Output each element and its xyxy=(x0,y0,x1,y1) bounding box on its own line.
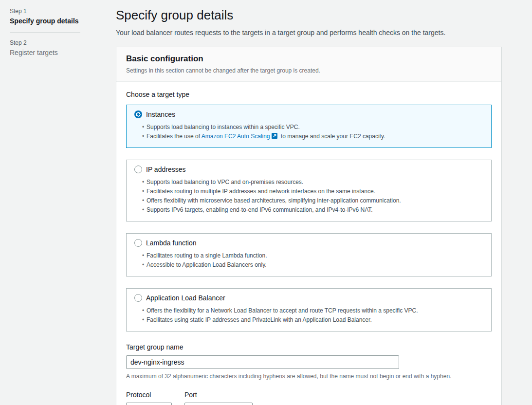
step-1-eyebrow: Step 1 xyxy=(10,8,80,15)
option-bullets: Offers the flexibility for a Network Loa… xyxy=(134,306,483,325)
basic-configuration-panel: Basic configuration Settings in this sec… xyxy=(116,47,502,405)
option-bullets: Supports load balancing to instances wit… xyxy=(134,123,483,141)
step-2[interactable]: Step 2 Register targets xyxy=(10,39,80,56)
bullet: Facilitates using static IP addresses an… xyxy=(134,315,483,325)
bullet-prefix: Facilitates the use of xyxy=(147,133,202,140)
wizard-steps-sidebar: Step 1 Specify group details Step 2 Regi… xyxy=(10,8,80,56)
radio-row: Instances xyxy=(134,110,483,118)
bullet: Supports IPv6 targets, enabling end-to-e… xyxy=(134,205,483,215)
target-type-option-alb[interactable]: Application Load Balancer Offers the fle… xyxy=(126,288,492,331)
port-label: Port xyxy=(184,391,253,399)
bullet: Facilitates routing to multiple IP addre… xyxy=(134,187,483,196)
page-description: Your load balancer routes requests to th… xyxy=(116,28,502,37)
option-label: IP addresses xyxy=(146,166,185,173)
panel-header: Basic configuration Settings in this sec… xyxy=(116,47,501,82)
option-label: Instances xyxy=(146,110,175,118)
external-link-icon xyxy=(272,133,277,139)
target-group-name-field: Target group name A maximum of 32 alphan… xyxy=(126,343,492,380)
panel-body: Choose a target type Instances Supports … xyxy=(116,82,501,405)
ec2-auto-scaling-link[interactable]: Amazon EC2 Auto Scaling xyxy=(202,133,270,140)
target-type-label: Choose a target type xyxy=(126,91,492,98)
step-1[interactable]: Step 1 Specify group details xyxy=(10,8,80,25)
panel-subtitle: Settings in this section cannot be chang… xyxy=(126,67,492,74)
bullet: Offers the flexibility for a Network Loa… xyxy=(134,306,483,315)
bullet: Offers flexibility with microservice bas… xyxy=(134,196,483,205)
radio-instances[interactable] xyxy=(134,110,142,118)
port-input[interactable] xyxy=(184,403,253,405)
steps-divider xyxy=(10,32,80,33)
step-2-title[interactable]: Register targets xyxy=(10,49,80,56)
radio-lambda[interactable] xyxy=(134,239,142,247)
radio-ip-addresses[interactable] xyxy=(134,166,142,173)
step-1-title[interactable]: Specify group details xyxy=(10,17,80,25)
bullet: Supports load balancing to instances wit… xyxy=(134,123,483,132)
panel-title: Basic configuration xyxy=(126,54,492,64)
bullet-with-link: Facilitates the use of Amazon EC2 Auto S… xyxy=(134,132,483,141)
page-title: Specify group details xyxy=(116,7,502,23)
target-type-option-lambda[interactable]: Lambda function Facilitates routing to a… xyxy=(126,233,492,276)
protocol-label: Protocol xyxy=(126,391,172,399)
option-label: Application Load Balancer xyxy=(146,294,225,302)
radio-row: Application Load Balancer xyxy=(134,294,483,302)
option-bullets: Facilitates routing to a single Lambda f… xyxy=(134,251,483,270)
target-group-name-label: Target group name xyxy=(126,343,183,351)
target-type-option-ip-addresses[interactable]: IP addresses Supports load balancing to … xyxy=(126,160,492,221)
radio-alb[interactable] xyxy=(134,294,142,302)
radio-row: Lambda function xyxy=(134,239,483,247)
target-group-name-input[interactable] xyxy=(126,355,399,369)
bullet: Facilitates routing to a single Lambda f… xyxy=(134,251,483,260)
bullet: Accessible to Application Load Balancers… xyxy=(134,260,483,270)
radio-row: IP addresses xyxy=(134,166,483,173)
target-group-name-help: A maximum of 32 alphanumeric characters … xyxy=(126,372,492,380)
protocol-port-row: Protocol Port HTTP ▼ : xyxy=(126,391,492,405)
bullet-suffix: to manage and scale your EC2 capacity. xyxy=(279,133,385,140)
bullet: Supports load balancing to VPC and on-pr… xyxy=(134,178,483,187)
target-type-option-instances[interactable]: Instances Supports load balancing to ins… xyxy=(126,105,492,148)
step-2-eyebrow: Step 2 xyxy=(10,39,80,46)
protocol-select[interactable]: HTTP ▼ xyxy=(126,403,172,405)
option-label: Lambda function xyxy=(146,239,197,247)
main-content: Specify group details Your load balancer… xyxy=(116,7,502,405)
option-bullets: Supports load balancing to VPC and on-pr… xyxy=(134,178,483,215)
